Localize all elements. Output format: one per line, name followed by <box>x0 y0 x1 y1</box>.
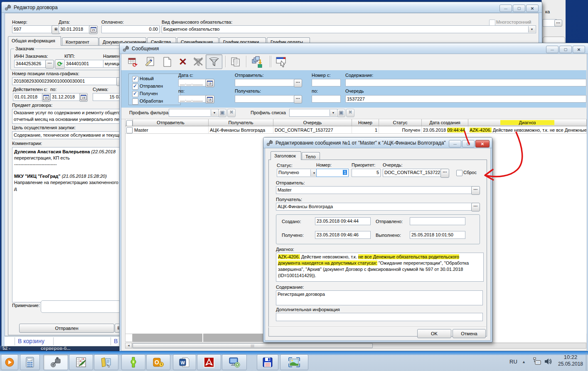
date-to-calendar-button[interactable] <box>205 95 214 103</box>
taskbar-app-remote-desktop[interactable] <box>222 354 247 370</box>
scrollbar-thumb[interactable]: ||| <box>133 343 373 348</box>
tab-obshchaya-informatsiya[interactable]: Общая информация <box>8 36 61 46</box>
taskbar-app-word[interactable]: W <box>173 354 196 370</box>
messages-titlebar[interactable]: Сообщения <box>120 43 588 54</box>
select-all-checkbox[interactable] <box>126 120 133 126</box>
row-sender-cell[interactable]: Master <box>133 126 209 134</box>
extra-info-field[interactable] <box>276 313 483 321</box>
minimize-button[interactable] <box>449 140 461 147</box>
status-new-checkbox[interactable] <box>132 76 138 82</box>
content-field[interactable]: Регистрация договора <box>276 290 483 305</box>
maximize-button[interactable] <box>559 46 572 53</box>
chevron-down-icon[interactable] <box>330 110 337 116</box>
plan-position-field[interactable]: 2018082930002390010000030001 <box>12 77 118 85</box>
maximize-button[interactable] <box>462 140 475 147</box>
sent-status-button[interactable]: Отправлен <box>19 324 114 333</box>
fin-obligation-combo[interactable]: Бюджетное обязательство <box>162 25 536 33</box>
tray-clock[interactable]: 10:22 25.05.2018 <box>556 354 585 369</box>
delete-message-button[interactable]: ✕ <box>175 54 191 69</box>
profile-filter-combo[interactable] <box>169 109 219 117</box>
goal-field[interactable]: Содержание, техническое обслуживание и т… <box>12 131 120 139</box>
row-queue-cell[interactable]: DOC_CONTRACT_1537227 <box>273 126 352 134</box>
row-checkbox[interactable] <box>126 127 133 133</box>
header-receiver[interactable]: Получатель <box>209 119 273 126</box>
status-combo[interactable]: Получено <box>277 169 318 177</box>
close-button[interactable] <box>573 46 585 53</box>
kpp-field[interactable]: 344401001 <box>64 60 104 68</box>
created-field[interactable]: 23.05.2018 09:44:44 <box>315 217 371 225</box>
statusbar-item-korzina[interactable]: В корзину <box>18 338 44 344</box>
queue-field[interactable]: DOC_CONTRACT_1537227 <box>383 169 443 177</box>
contract-editor-titlebar[interactable]: Редактор договора <box>2 2 542 13</box>
diagnosis-field[interactable]: AZK-4206. Действие невозможно, т.к. не в… <box>276 253 484 282</box>
queue-lookup-button[interactable] <box>440 169 449 178</box>
date-field[interactable]: 30.01.2018 <box>59 25 91 33</box>
valid-from-field[interactable]: 01.01.2018 <box>13 93 44 101</box>
header-created[interactable]: Дата создания <box>422 119 468 126</box>
taskbar-app-communicator[interactable] <box>121 354 145 370</box>
row-receiver-cell[interactable]: АЦК-Финансы Волгограда <box>209 126 273 134</box>
maximize-button[interactable] <box>513 5 525 12</box>
sender-lookup-button[interactable] <box>294 79 302 87</box>
export-button[interactable] <box>273 54 289 69</box>
sent-field[interactable] <box>410 217 465 225</box>
send-queue-button[interactable] <box>249 54 265 69</box>
delete-profile-list-button[interactable] <box>346 109 354 117</box>
profile-list-combo[interactable] <box>289 109 337 117</box>
status-received-checkbox[interactable] <box>132 91 138 97</box>
chevron-down-icon[interactable] <box>528 26 535 32</box>
content-filter-field[interactable] <box>345 79 586 86</box>
sender-lookup-button[interactable] <box>471 186 480 195</box>
receiver-filter-field[interactable] <box>235 95 296 103</box>
filter-button[interactable] <box>206 54 222 69</box>
tab-telo[interactable]: Тело <box>302 152 320 160</box>
subject-field[interactable]: Оказание услуг по содержанию и ремонту о… <box>12 109 120 124</box>
taskbar-app-schedule[interactable] <box>69 354 93 370</box>
number-field[interactable]: 1 <box>316 169 349 177</box>
date-from-calendar-button[interactable] <box>205 79 214 87</box>
valid-from-calendar-button[interactable] <box>42 93 50 102</box>
header-sender[interactable]: Отправитель <box>133 119 209 126</box>
save-profile-filter-button[interactable] <box>218 109 226 117</box>
speaker-icon[interactable] <box>544 357 553 366</box>
header-status[interactable]: Статус <box>379 119 422 126</box>
horizontal-scrollbar[interactable]: ◂ ||| <box>125 343 586 349</box>
reset-checkbox[interactable] <box>456 170 463 176</box>
inn-lookup-button[interactable] <box>45 60 54 69</box>
row-created-cell[interactable]: 23.05.2018 09:44:44 <box>422 126 468 134</box>
fragment-lookup-button[interactable] <box>554 20 562 27</box>
ok-button[interactable]: OK <box>417 329 451 338</box>
valid-to-field[interactable]: 31.12.2018 <box>50 93 82 101</box>
date-calendar-button[interactable] <box>89 25 98 34</box>
header-diagnosis[interactable]: Диагноз <box>468 119 587 126</box>
taskbar-app-save[interactable] <box>257 354 278 370</box>
taskbar-app-azk-client[interactable] <box>43 354 68 370</box>
save-profile-list-button[interactable] <box>337 109 345 117</box>
status-sent-checkbox[interactable] <box>132 84 138 90</box>
minimize-button[interactable] <box>499 5 512 12</box>
multilateral-checkbox[interactable] <box>489 20 495 26</box>
receiver-field[interactable]: АЦК-Финансы Волгограда <box>276 203 474 211</box>
priority-field[interactable]: 5 <box>352 169 381 177</box>
tray-expand-icon[interactable]: ▲ <box>522 360 526 364</box>
comments-field[interactable]: Дулесина Анастасия Валерьевна (22.05.201… <box>12 147 121 302</box>
taskbar-app-image-viewer[interactable] <box>280 354 308 370</box>
sender-field[interactable]: Master <box>276 186 474 194</box>
show-desktop-divider[interactable] <box>586 352 586 371</box>
sum-field[interactable]: 15 03 <box>93 93 123 101</box>
date-to-field[interactable]: __.__.____ <box>178 95 207 103</box>
minimize-button[interactable] <box>546 46 558 53</box>
chevron-down-icon[interactable] <box>211 110 218 116</box>
network-icon[interactable] <box>533 357 542 366</box>
row-select-cell[interactable] <box>125 126 133 134</box>
status-processed-checkbox[interactable] <box>132 98 138 105</box>
clear-filter-button[interactable] <box>190 54 206 69</box>
taskbar-app-acrobat[interactable] <box>197 354 221 370</box>
close-button[interactable] <box>526 5 539 12</box>
header-queue[interactable]: Очередь <box>273 119 352 126</box>
number-from-field[interactable] <box>312 79 341 86</box>
close-button[interactable] <box>475 140 490 147</box>
delete-profile-filter-button[interactable] <box>227 109 236 117</box>
inn-field[interactable]: 3444253626 <box>14 60 47 68</box>
row-diagnosis-cell[interactable]: AZK-4206. Действие невозможно, т.к. не в… <box>468 126 587 134</box>
